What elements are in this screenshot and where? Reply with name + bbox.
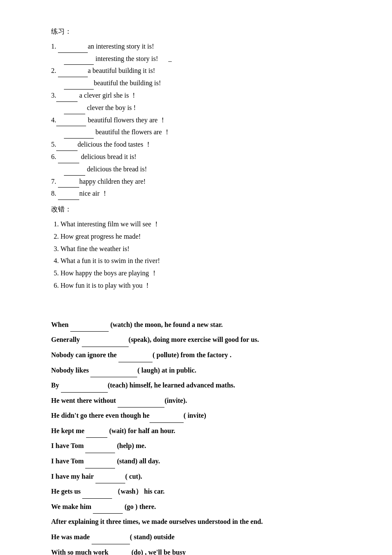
item-text: a clever girl she is ！ <box>78 92 137 99</box>
exercise-item-4: 4. beautiful flowers they are ！ beautifu… <box>51 114 341 139</box>
fill-sentence-1: When (watch) the moon, he found a new st… <box>51 318 341 332</box>
correction-section: 改错： What interesting film we will see ！ … <box>51 203 341 292</box>
fill-sentence-3: Nobody can ignore the ( pollute) from th… <box>51 348 341 362</box>
item-num: 8. <box>51 190 58 197</box>
fill-blank-15 <box>92 544 130 544</box>
fill-blank-9 <box>85 453 115 453</box>
blank-2a <box>58 77 88 77</box>
exercise-item-6: 6. delicious bread it is! delicious the … <box>51 151 341 176</box>
fill-blank-3 <box>118 362 153 362</box>
correction-item-4: What a fun it is to swim in the river! <box>61 255 341 267</box>
item-num: 5. <box>51 141 56 148</box>
fill-sentence-4: Nobody likes ( laugh) at in public. <box>51 363 341 378</box>
exercise-item-1: 1. an interesting story it is! interesti… <box>51 40 341 65</box>
blank-1a <box>58 52 88 53</box>
fill-sentence-9: I have Tom (help) me. <box>51 439 341 453</box>
item-text: a beautiful building it is! <box>88 67 155 74</box>
fill-blank-8 <box>86 437 107 438</box>
correction-item-2: How great progress he made! <box>61 231 341 243</box>
item-text: beautiful flowers they are ！ <box>86 116 166 124</box>
item-text: an interesting story it is! <box>88 43 154 50</box>
fill-sentence-16: With so much work (do) , we'll be busy <box>51 545 341 555</box>
item-num: 2. <box>51 67 58 74</box>
item-text2: beautiful the flowers are ！ <box>94 128 170 136</box>
fill-blank-13 <box>93 513 123 514</box>
fill-section: When (watch) the moon, he found a new st… <box>51 318 341 555</box>
fill-blank-12 <box>82 498 112 499</box>
blank-6a <box>58 163 79 163</box>
correction-item-1: What interesting film we will see ！ <box>61 218 341 231</box>
exercise-item-5: 5.delicious the food tastes ！ <box>51 139 341 151</box>
item-text: nice air ！ <box>79 190 108 197</box>
fill-sentence-10: I have Tom (stand) all day. <box>51 454 341 468</box>
correction-list: What interesting film we will see ！ How … <box>51 218 341 292</box>
item-text2: beautiful the building is! <box>94 79 161 87</box>
item-text: happy children they are! <box>79 178 146 185</box>
item-text: delicious bread it is! <box>79 153 136 160</box>
section2-title: 改错： <box>51 203 341 216</box>
section1-title: 练习： <box>51 26 341 38</box>
fill-sentence-15: He was made ( stand) outside <box>51 530 341 544</box>
item-num: 6. <box>51 153 58 160</box>
correction-item-6: How fun it is to play with you ！ <box>61 280 341 292</box>
item-text2: delicious the bread is! <box>85 165 147 173</box>
fill-sentence-12: He gets us （wash） his car. <box>51 484 341 499</box>
item-num: 3. <box>51 92 56 99</box>
fill-sentence-14: After explaining it three times, we made… <box>51 515 341 529</box>
item-text: delicious the food tastes ！ <box>78 141 152 148</box>
item-text2: clever the boy is ! <box>85 104 136 111</box>
fill-blank-1 <box>70 331 109 332</box>
blank-4a <box>56 126 86 126</box>
fill-blank-10 <box>85 468 115 468</box>
exercise-item-7: 7. happy children they are! <box>51 176 341 188</box>
fill-sentence-13: We make him (go ) there. <box>51 500 341 514</box>
exercise-item-8: 8. nice air ！ <box>51 188 341 200</box>
exercise-item-2: 2. a beautiful building it is! beautiful… <box>51 65 341 90</box>
exercise-item-3: 3. a clever girl she is ！ clever the boy… <box>51 90 341 114</box>
fill-sentence-6: He went there without (invite). <box>51 393 341 408</box>
correction-item-3: What fine the weather is! <box>61 243 341 255</box>
fill-blank-7 <box>150 422 184 423</box>
fill-sentence-11: I have my hair ( cut). <box>51 469 341 484</box>
item-num: 4. <box>51 116 56 124</box>
correction-item-5: How happy the boys are playing ！ <box>61 267 341 280</box>
item-num: 1. <box>51 43 58 50</box>
item-text2: interesting the story is! <box>94 55 158 62</box>
exercise-section: 练习： 1. an interesting story it is! inter… <box>51 26 341 200</box>
fill-sentence-8: He kept me (wait) for half an hour. <box>51 424 341 438</box>
fill-blank-11 <box>95 483 125 483</box>
fill-blank-4 <box>90 377 137 377</box>
item-num: 7. <box>51 178 58 185</box>
fill-sentence-2: Generally (speak), doing more exercise w… <box>51 332 341 347</box>
fill-sentence-7: He didn't go there even though he( invit… <box>51 408 341 423</box>
blank-3a <box>56 101 78 102</box>
fill-sentence-5: By (teach) himself, he learned advanced … <box>51 378 341 393</box>
fill-blank-2 <box>82 347 129 347</box>
blank-8a <box>58 199 79 200</box>
fill-blank-6 <box>118 407 164 408</box>
fill-blank-5 <box>61 392 108 393</box>
